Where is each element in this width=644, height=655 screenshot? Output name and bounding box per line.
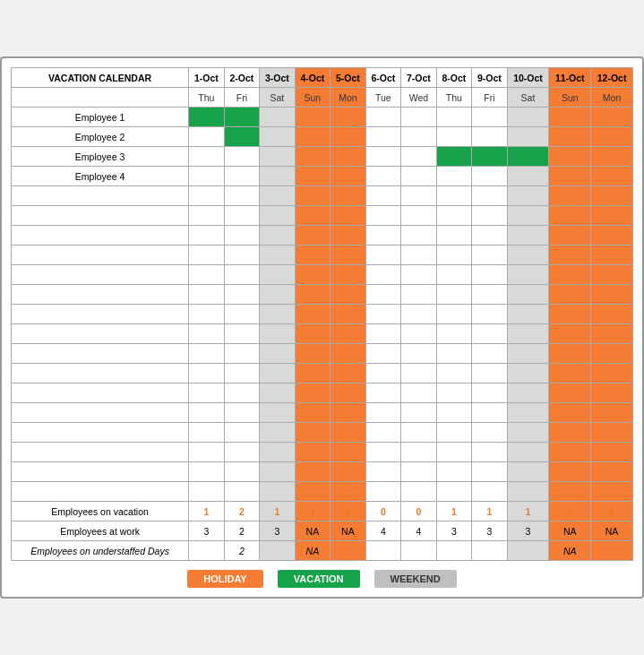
- empty-cell: [549, 305, 591, 324]
- legend-vacation: VACATION: [278, 570, 360, 588]
- empty-cell: [436, 305, 472, 324]
- empty-cell: [260, 384, 296, 403]
- summary-value: [591, 541, 633, 561]
- empty-cell: [507, 482, 549, 502]
- date-header-8-Oct: 8-Oct: [436, 68, 472, 88]
- empty-cell: [189, 265, 225, 285]
- empty-cell: [436, 443, 472, 462]
- empty-cell: [295, 364, 331, 384]
- summary-value: [507, 541, 549, 561]
- empty-cell: [549, 324, 591, 344]
- empty-cell: [260, 265, 296, 285]
- legend-holiday: HOLIDAY: [187, 570, 263, 588]
- date-header-5-Oct: 5-Oct: [331, 68, 366, 88]
- empty-cell: [365, 186, 401, 206]
- empty-cell: [224, 344, 260, 364]
- empty-cell: [472, 226, 508, 246]
- date-header-7-Oct: 7-Oct: [401, 68, 437, 88]
- legend-area: HOLIDAY VACATION WEEKEND: [11, 570, 633, 588]
- summary-value: 0: [549, 502, 591, 521]
- empty-row: [12, 265, 633, 285]
- empty-cell: [507, 344, 549, 364]
- calendar-cell: [260, 127, 296, 147]
- empty-cell: [224, 403, 260, 423]
- empty-cell: [295, 443, 331, 462]
- summary-value: 4: [365, 521, 401, 541]
- empty-cell: [331, 246, 366, 265]
- empty-cell: [549, 384, 591, 403]
- empty-cell: [591, 186, 633, 206]
- empty-cell: [295, 482, 331, 502]
- empty-cell: [224, 186, 260, 206]
- empty-cell: [401, 305, 437, 324]
- empty-row: [12, 246, 633, 265]
- empty-cell: [472, 246, 508, 265]
- calendar-cell: [472, 108, 508, 127]
- empty-cell: [260, 364, 296, 384]
- empty-cell: [260, 403, 296, 423]
- summary-value: [365, 541, 401, 561]
- empty-cell: [436, 384, 472, 403]
- empty-cell: [224, 206, 260, 226]
- empty-row: [12, 206, 633, 226]
- empty-cell: [260, 324, 296, 344]
- empty-cell: [224, 423, 260, 443]
- summary-value: 3: [507, 521, 549, 541]
- empty-cell: [591, 285, 633, 305]
- empty-cell: [472, 364, 508, 384]
- empty-cell: [549, 226, 591, 246]
- empty-cell: [331, 443, 366, 462]
- date-header-11-Oct: 11-Oct: [549, 68, 591, 88]
- empty-cell: [189, 443, 225, 462]
- empty-cell: [591, 482, 633, 502]
- summary-value: 1: [507, 502, 549, 521]
- empty-cell: [260, 305, 296, 324]
- empty-cell: [295, 384, 331, 403]
- summary-label: Employees on understaffed Days: [12, 541, 189, 561]
- empty-cell: [401, 186, 437, 206]
- calendar-cell: [436, 167, 472, 186]
- empty-row: [12, 482, 633, 502]
- empty-cell: [472, 265, 508, 285]
- summary-row: Employees on vacation121110011100: [12, 502, 633, 521]
- empty-cell: [224, 462, 260, 482]
- empty-cell: [591, 364, 633, 384]
- empty-cell: [365, 403, 401, 423]
- empty-cell: [472, 186, 508, 206]
- calendar-cell: [401, 127, 437, 147]
- summary-value: [436, 541, 472, 561]
- empty-cell: [507, 305, 549, 324]
- empty-cell: [224, 285, 260, 305]
- calendar-cell: [401, 147, 437, 167]
- weekday-header-Wed: Wed: [401, 88, 437, 108]
- summary-value: 2: [224, 502, 260, 521]
- empty-cell: [260, 482, 296, 502]
- empty-cell: [436, 403, 472, 423]
- summary-value: 2: [224, 541, 260, 561]
- empty-cell: [365, 344, 401, 364]
- empty-cell: [472, 443, 508, 462]
- empty-cell: [401, 364, 437, 384]
- calendar-cell: [365, 147, 401, 167]
- calendar-wrapper: VACATION CALENDAR 1-Oct2-Oct3-Oct4-Oct5-…: [0, 56, 644, 599]
- empty-cell: [295, 305, 331, 324]
- empty-cell: [224, 226, 260, 246]
- empty-cell: [189, 423, 225, 443]
- calendar-cell: [591, 108, 633, 127]
- employee-name: Employee 2: [12, 127, 189, 147]
- summary-value: 4: [401, 521, 437, 541]
- empty-cell: [507, 364, 549, 384]
- empty-cell: [472, 403, 508, 423]
- empty-cell: [591, 462, 633, 482]
- summary-value: [331, 541, 366, 561]
- empty-cell: [331, 265, 366, 285]
- empty-cell: [549, 265, 591, 285]
- empty-cell: [189, 364, 225, 384]
- empty-row: [12, 226, 633, 246]
- empty-cell: [401, 403, 437, 423]
- weekday-header-Fri: Fri: [472, 88, 508, 108]
- weekday-header-Sun: Sun: [295, 88, 331, 108]
- empty-cell: [507, 423, 549, 443]
- empty-cell: [401, 344, 437, 364]
- empty-cell: [260, 462, 296, 482]
